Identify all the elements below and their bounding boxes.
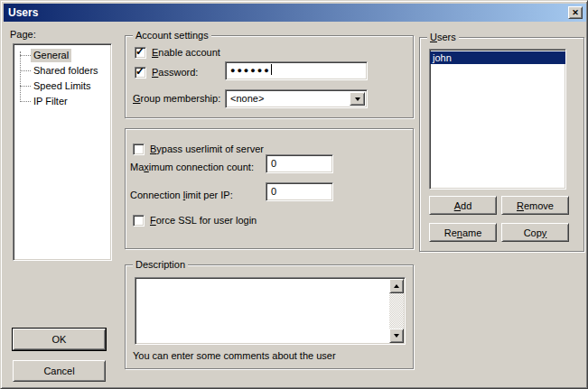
- checkbox-box: ✓: [135, 47, 146, 59]
- account-settings-title: Account settings: [133, 30, 211, 42]
- group-membership-value: <none>: [230, 90, 264, 107]
- page-item-label: Speed Limits: [31, 79, 94, 93]
- remove-user-button[interactable]: Remove: [501, 196, 569, 215]
- users-group: Users john Add Remove Rename Copy: [419, 37, 584, 252]
- account-settings-group: Account settings ✓ Enable account ✓ Pass…: [125, 35, 414, 118]
- description-textarea[interactable]: [135, 277, 406, 345]
- group-membership-select[interactable]: <none>: [225, 89, 368, 108]
- checkmark-icon: ✓: [135, 66, 145, 78]
- description-scrollbar[interactable]: [389, 279, 404, 343]
- arrow-up-icon: [394, 284, 399, 288]
- scrollbar-track[interactable]: [389, 293, 404, 329]
- checkbox-box: ✓: [133, 215, 145, 227]
- rename-user-button[interactable]: Rename: [429, 223, 497, 242]
- password-label: Password:: [152, 67, 198, 79]
- copy-user-button[interactable]: Copy: [501, 223, 569, 242]
- scroll-up-button[interactable]: [389, 279, 404, 293]
- force-ssl-label: Force SSL for user login: [150, 215, 257, 227]
- tree-connector: [20, 55, 31, 56]
- user-list-item-john[interactable]: john: [430, 51, 565, 64]
- add-user-button-label: Add: [454, 200, 472, 211]
- max-connection-label: Maximum connection count:: [130, 162, 254, 173]
- users-dialog: Users ✕ Page: General Shared folders Spe…: [0, 0, 588, 389]
- cancel-button-label: Cancel: [43, 366, 74, 376]
- description-group: Description You can enter some comments …: [125, 264, 414, 369]
- description-hint: You can enter some comments about the us…: [133, 350, 336, 362]
- page-item-ip-filter[interactable]: IP Filter: [14, 94, 111, 109]
- close-icon: ✕: [572, 9, 579, 17]
- tree-connector: [20, 70, 31, 71]
- dropdown-button[interactable]: [350, 92, 365, 106]
- enable-account-checkbox[interactable]: ✓ Enable account: [135, 47, 220, 59]
- force-ssl-checkbox[interactable]: ✓ Force SSL for user login: [133, 215, 257, 227]
- cancel-button[interactable]: Cancel: [13, 360, 106, 382]
- group-membership-label: Group membership:: [133, 93, 220, 105]
- ok-button[interactable]: OK: [13, 329, 106, 350]
- page-item-label: Shared folders: [31, 64, 101, 78]
- copy-user-button-label: Copy: [524, 227, 547, 238]
- password-checkbox[interactable]: ✓ Password:: [135, 67, 198, 79]
- page-item-label: IP Filter: [31, 95, 70, 108]
- tree-connector: [20, 86, 31, 87]
- window-title: Users: [8, 6, 38, 19]
- bypass-userlimit-checkbox[interactable]: ✓ Bypass userlimit of server: [133, 144, 264, 155]
- users-title: Users: [427, 32, 459, 43]
- checkmark-icon: ✓: [135, 46, 145, 58]
- page-item-label: General: [31, 49, 71, 62]
- connection-per-ip-label: Connection limit per IP:: [130, 190, 233, 201]
- limits-group: ✓ Bypass userlimit of server Maximum con…: [125, 128, 414, 249]
- password-input[interactable]: ●●●●●●: [225, 61, 368, 80]
- add-user-button[interactable]: Add: [429, 196, 497, 215]
- page-tree: General Shared folders Speed Limits IP F…: [13, 43, 112, 261]
- arrow-down-icon: [394, 334, 399, 338]
- remove-user-button-label: Remove: [517, 200, 554, 211]
- users-listbox[interactable]: john: [429, 49, 566, 190]
- close-button[interactable]: ✕: [568, 6, 583, 19]
- description-title: Description: [133, 259, 188, 271]
- tree-connector: [20, 101, 31, 102]
- connection-per-ip-input[interactable]: 0: [266, 182, 333, 201]
- page-label: Page:: [10, 29, 36, 41]
- rename-user-button-label: Rename: [444, 227, 482, 238]
- max-connection-input[interactable]: 0: [266, 154, 333, 173]
- enable-account-label: Enable account: [152, 47, 220, 59]
- chevron-down-icon: [355, 97, 360, 101]
- bypass-userlimit-label: Bypass userlimit of server: [150, 144, 264, 155]
- page-item-shared-folders[interactable]: Shared folders: [14, 63, 111, 79]
- page-item-general[interactable]: General: [14, 48, 111, 63]
- checkbox-box: ✓: [133, 144, 145, 155]
- checkbox-box: ✓: [135, 67, 146, 79]
- titlebar[interactable]: Users: [4, 4, 586, 22]
- scroll-down-button[interactable]: [389, 329, 404, 343]
- ok-button-label: OK: [52, 334, 67, 345]
- page-item-speed-limits[interactable]: Speed Limits: [14, 79, 111, 94]
